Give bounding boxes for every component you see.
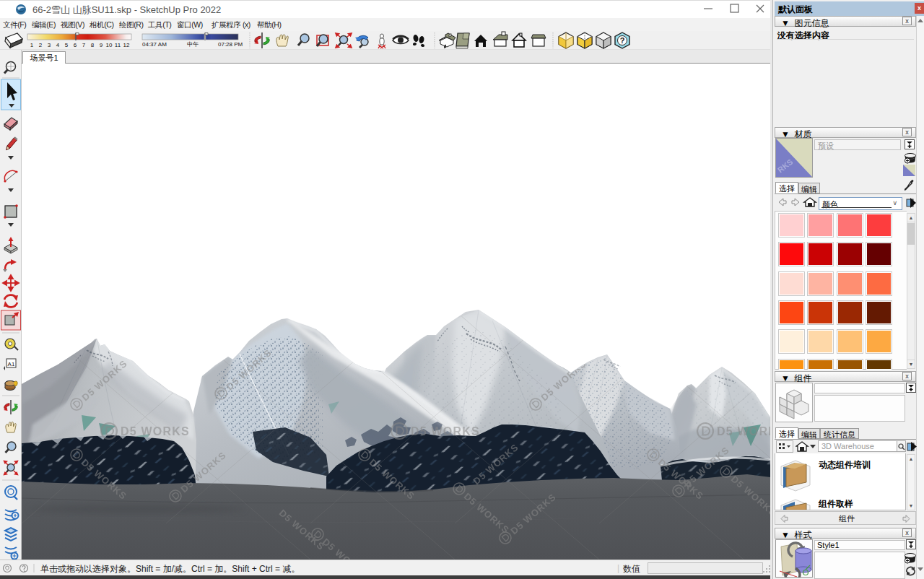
svg-text:3: 3 bbox=[48, 42, 51, 48]
svg-text:A1: A1 bbox=[8, 361, 15, 367]
svg-text:04:37 AM: 04:37 AM bbox=[142, 41, 167, 48]
svg-text:11: 11 bbox=[115, 42, 121, 48]
svg-text:10: 10 bbox=[106, 42, 113, 48]
svg-text:5: 5 bbox=[65, 42, 69, 48]
svg-text:07:28 PM: 07:28 PM bbox=[218, 41, 243, 48]
svg-text:9: 9 bbox=[100, 42, 103, 48]
svg-text:2: 2 bbox=[39, 42, 43, 48]
svg-text:8: 8 bbox=[91, 42, 95, 48]
svg-text:12: 12 bbox=[123, 42, 130, 48]
svg-text:4: 4 bbox=[56, 42, 60, 48]
svg-text:中午: 中午 bbox=[187, 41, 199, 48]
svg-text:1: 1 bbox=[30, 42, 34, 48]
svg-text:?: ? bbox=[620, 36, 625, 45]
svg-text:6: 6 bbox=[74, 42, 77, 48]
svg-text:7: 7 bbox=[82, 42, 86, 48]
